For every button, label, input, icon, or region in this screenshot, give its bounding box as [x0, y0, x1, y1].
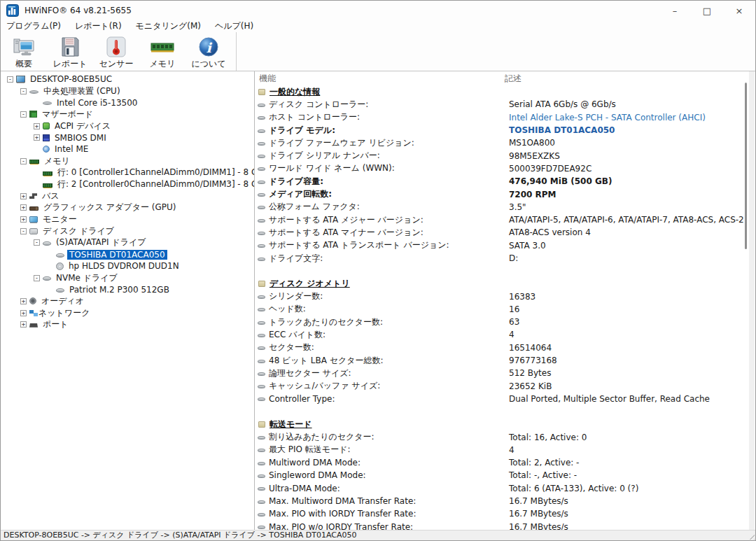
detail-feature-cell: Ultra-DMA Mode:	[255, 484, 509, 493]
title-bar[interactable]: HWiNFO® 64 v8.21-5655 – □ ×	[1, 1, 755, 20]
report-button[interactable]: レポート	[47, 32, 93, 71]
tree-item[interactable]: +ポート	[1, 318, 254, 330]
tree-item-label: Intel Core i5-13500	[55, 98, 139, 108]
tree-item[interactable]: hp HLDS DVDROM DUD1N	[1, 260, 254, 272]
memory-button[interactable]: メモリ	[139, 32, 186, 71]
column-header-feature[interactable]: 機能	[255, 73, 505, 85]
detail-row[interactable]: 48 ビット LBA セクター総数:976773168	[255, 354, 749, 367]
expand-icon[interactable]: +	[20, 193, 27, 199]
section-header[interactable]: ディスク ジオメトリ	[255, 277, 749, 290]
tree-item[interactable]: -DESKTOP-8OEB5UC	[1, 73, 254, 85]
detail-row[interactable]: ドライブ文字:D:	[255, 252, 749, 265]
detail-row[interactable]: Controller Type:Dual Ported, Multiple Se…	[255, 393, 749, 405]
detail-row[interactable]: トラックあたりのセクター数:63	[255, 316, 749, 328]
tree-item-label: Patriot M.2 P300 512GB	[67, 285, 172, 295]
detail-row[interactable]: Singleword DMA Mode:Total: -, Active: -	[255, 469, 749, 482]
detail-row[interactable]: サポートする ATA メジャー バージョン:ATA/ATAPI-5, ATA/A…	[255, 213, 749, 226]
expand-icon[interactable]: +	[34, 123, 40, 129]
menu-monitoring[interactable]: モニタリング(M)	[136, 20, 206, 32]
detail-row[interactable]: メディア回転数:7200 RPM	[255, 188, 749, 200]
detail-row[interactable]: セクター数:16514064	[255, 342, 749, 354]
drive-glyph-icon	[258, 167, 265, 171]
detail-row[interactable]: ドライブ ファームウェア リビジョン:MS1OA800	[255, 136, 749, 149]
expand-icon[interactable]: +	[20, 216, 27, 223]
detail-row[interactable]: ワールド ワイド ネーム (WWN):500039FD7DEA92C	[255, 162, 749, 175]
detail-row[interactable]: サポートする ATA マイナー バージョン:ATA8-ACS version 4	[255, 226, 749, 239]
detail-row[interactable]: 公称フォーム ファクタ:3.5"	[255, 201, 749, 213]
collapse-icon[interactable]: -	[20, 111, 27, 118]
tree-item[interactable]: Intel Core i5-13500	[1, 97, 254, 108]
detail-row[interactable]: Max. PIO with IORDY Transfer Rate:16.7 M…	[255, 507, 749, 520]
minimize-button[interactable]: –	[659, 1, 691, 20]
detail-row[interactable]: 論理セクター サイズ:512 Bytes	[255, 367, 749, 379]
collapse-icon[interactable]: -	[20, 88, 27, 94]
detail-row[interactable]: ホスト コントローラー:Intel Alder Lake-S PCH - SAT…	[255, 111, 749, 124]
tree-item[interactable]: -NVMe ドライブ	[1, 272, 254, 284]
tree-item[interactable]: 行: 0 [Controller1ChannelADimm0/DIMM1] - …	[1, 167, 254, 179]
collapse-icon[interactable]: -	[20, 158, 27, 164]
resize-grip-icon[interactable]	[747, 532, 755, 540]
tree-item[interactable]: +SMBIOS DMI	[1, 132, 254, 143]
detail-row[interactable]: サポートする ATA トランスポート バージョン:SATA 3.0	[255, 239, 749, 252]
tree-item[interactable]: +ネットワーク	[1, 307, 254, 319]
detail-row[interactable]: Max. PIO w/o IORDY Transfer Rate:16.7 MB…	[255, 521, 749, 531]
detail-row[interactable]: ディスク コントローラー:Serial ATA 6Gb/s @ 6Gb/s	[255, 98, 749, 111]
close-button[interactable]: ×	[723, 1, 755, 20]
tree-item[interactable]: -メモリ	[1, 155, 254, 167]
detail-value: D:	[509, 253, 518, 263]
detail-row[interactable]: ドライブ シリアル ナンバー:98M5EXZKS	[255, 149, 749, 162]
tree-item[interactable]: 行: 2 [Controller0ChannelADimm0/DIMM3] - …	[1, 178, 254, 190]
detail-row[interactable]: 割り込みあたりのセクター:Total: 16, Active: 0	[255, 430, 749, 443]
detail-feature-cell: セクター数:	[255, 342, 509, 353]
expand-icon[interactable]: +	[20, 298, 27, 304]
detail-value: 63	[509, 317, 519, 327]
tree-item[interactable]: +グラフィックス アダプター (GPU)	[1, 202, 254, 214]
detail-row[interactable]: 最大 PIO 転送モード:4	[255, 444, 749, 456]
collapse-icon[interactable]: -	[7, 76, 13, 83]
ti-computer	[16, 76, 25, 83]
detail-row[interactable]: キャッシュ/バッファ サイズ:23652 KiB	[255, 380, 749, 393]
sensors-button[interactable]: センサー	[93, 32, 139, 71]
tree-item[interactable]: +ACPI デバイス	[1, 120, 254, 132]
drive-glyph-icon	[258, 360, 265, 363]
section-header[interactable]: 転送モード	[255, 418, 749, 430]
ti-drive	[43, 241, 51, 246]
tree-item[interactable]: -(S)ATA/ATAPI ドライブ	[1, 237, 254, 249]
vertical-scrollbar[interactable]	[745, 83, 747, 249]
menu-help[interactable]: ヘルプ(H)	[215, 20, 259, 32]
column-header-description[interactable]: 記述	[505, 73, 522, 85]
tree-item[interactable]: -ディスク ドライブ	[1, 225, 254, 237]
tree-indent	[34, 99, 40, 106]
tree-item[interactable]: +バス	[1, 190, 254, 202]
detail-row[interactable]: Multiword DMA Mode:Total: 2, Active: -	[255, 456, 749, 469]
detail-row[interactable]: ヘッド数:16	[255, 303, 749, 316]
detail-row[interactable]: シリンダー数:16383	[255, 290, 749, 302]
expand-icon[interactable]: +	[20, 321, 27, 328]
expand-icon[interactable]: +	[20, 204, 27, 211]
tree-item[interactable]: -中央処理装置 (CPU)	[1, 85, 254, 97]
tree-indent	[47, 286, 53, 293]
collapse-icon[interactable]: -	[34, 239, 40, 246]
about-button[interactable]: i について	[186, 32, 232, 71]
tree-item[interactable]: +オーディオ	[1, 295, 254, 307]
tree-item[interactable]: Patriot M.2 P300 512GB	[1, 283, 254, 295]
detail-row[interactable]: Ultra-DMA Mode:Total: 6 (ATA-133), Activ…	[255, 482, 749, 495]
menu-program[interactable]: プログラム(P)	[6, 20, 66, 32]
expand-icon[interactable]: +	[34, 134, 40, 141]
tree-item[interactable]: TOSHIBA DT01ACA050	[1, 248, 254, 260]
detail-feature-cell: 割り込みあたりのセクター:	[255, 431, 509, 443]
detail-row[interactable]: ドライブ容量:476,940 MiB (500 GB)	[255, 175, 749, 188]
detail-row[interactable]: Max. Multiword DMA Transfer Rate:16.7 MB…	[255, 495, 749, 507]
maximize-button[interactable]: □	[691, 1, 723, 20]
menu-report[interactable]: レポート(R)	[75, 20, 127, 32]
overview-button[interactable]: 概要	[1, 32, 47, 71]
expand-icon[interactable]: +	[20, 310, 27, 316]
section-header[interactable]: 一般的な情報	[255, 85, 749, 98]
tree-item[interactable]: +モニター	[1, 213, 254, 225]
detail-row[interactable]: ECC バイト数:4	[255, 328, 749, 341]
tree-item[interactable]: Intel ME	[1, 143, 254, 155]
collapse-icon[interactable]: -	[20, 228, 27, 234]
tree-item[interactable]: -マザーボード	[1, 108, 254, 120]
collapse-icon[interactable]: -	[34, 275, 40, 281]
detail-row[interactable]: ドライブ モデル:TOSHIBA DT01ACA050	[255, 124, 749, 136]
